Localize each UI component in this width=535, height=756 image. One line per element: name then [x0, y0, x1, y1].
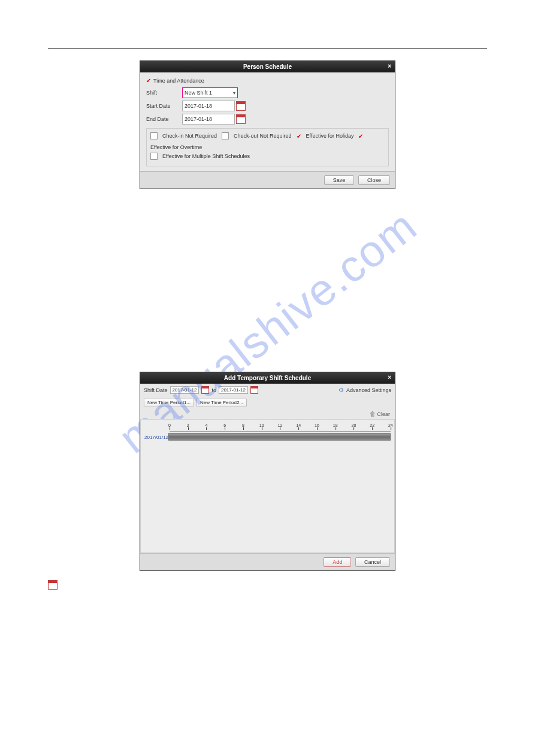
- ruler-tick: 16: [315, 423, 319, 427]
- checkmark-icon: ✔: [297, 133, 301, 139]
- person-schedule-dialog: Person Schedule × ✔ Time and Attendance …: [140, 60, 395, 189]
- dialog-header: Add Temporary Shift Schedule ×: [140, 372, 395, 384]
- clear-link[interactable]: Clear: [377, 411, 390, 417]
- time-ruler: 024681012141618202224: [170, 423, 391, 432]
- calendar-icon[interactable]: [250, 386, 258, 394]
- opt-holiday-label: Effective for Holiday: [306, 133, 354, 139]
- ruler-tick: 20: [352, 423, 356, 427]
- time-period-1[interactable]: New Time Period1...: [144, 399, 194, 406]
- end-date-label: End Date: [146, 116, 182, 122]
- ruler-tick: 0: [168, 423, 171, 427]
- timeline-row-date: 2017/01/12: [144, 435, 168, 440]
- shift-select[interactable]: New Shift 1 ▾: [182, 87, 238, 98]
- ruler-tick: 8: [242, 423, 244, 427]
- ruler-tick: 24: [388, 423, 393, 427]
- ruler-tick: 10: [259, 423, 264, 427]
- add-button[interactable]: Add: [324, 557, 351, 567]
- opt-checkout-label: Check-out Not Required: [234, 133, 292, 139]
- calendar-icon[interactable]: [201, 386, 209, 394]
- shift-value: New Shift 1: [185, 90, 212, 96]
- checkbox-checkout[interactable]: [222, 132, 229, 139]
- dialog-title: Add Temporary Shift Schedule: [224, 375, 311, 381]
- calendar-icon: [48, 580, 58, 590]
- close-button[interactable]: Close: [358, 175, 390, 185]
- ruler-tick: 22: [370, 423, 374, 427]
- cancel-button[interactable]: Cancel: [355, 557, 390, 567]
- dialog-header: Person Schedule ×: [140, 61, 395, 72]
- timeline-area: 024681012141618202224 2017/01/12: [140, 419, 395, 553]
- close-icon[interactable]: ×: [388, 374, 391, 381]
- close-icon[interactable]: ×: [388, 63, 391, 69]
- end-date-input[interactable]: 2017-01-18: [182, 114, 235, 125]
- shift-date-from[interactable]: 2017-01-12: [170, 386, 200, 394]
- ruler-tick: 6: [223, 423, 226, 427]
- gear-icon[interactable]: ⚙: [338, 387, 344, 393]
- page-divider: [48, 48, 487, 48]
- ruler-tick: 18: [333, 423, 338, 427]
- chevron-down-icon: ▾: [233, 90, 235, 96]
- checkmark-icon: ✔: [146, 77, 151, 84]
- shift-date-to[interactable]: 2017-01-12: [219, 386, 248, 394]
- shift-label: Shift: [146, 90, 182, 96]
- save-button[interactable]: Save: [324, 175, 355, 185]
- start-date-label: Start Date: [146, 103, 182, 109]
- ruler-tick: 14: [296, 423, 301, 427]
- start-date-input[interactable]: 2017-01-18: [182, 101, 235, 111]
- opt-overtime-label: Effective for Overtime: [150, 144, 202, 150]
- ruler-tick: 12: [278, 423, 283, 427]
- opt-multishift-label: Effective for Multiple Shift Schedules: [162, 153, 250, 159]
- ruler-tick: 4: [205, 423, 208, 427]
- temporary-shift-dialog: Add Temporary Shift Schedule × Shift Dat…: [140, 372, 395, 571]
- timeline-bar[interactable]: [168, 433, 391, 441]
- calendar-icon[interactable]: [236, 114, 246, 124]
- shift-date-label: Shift Date: [144, 387, 168, 393]
- advanced-settings-link[interactable]: Advanced Settings: [346, 387, 391, 393]
- start-date-value: 2017-01-18: [185, 103, 212, 109]
- options-box: Check-in Not Required Check-out Not Requ…: [146, 128, 389, 166]
- to-label: to: [211, 387, 216, 393]
- trash-icon[interactable]: 🗑: [370, 411, 376, 417]
- dialog-title: Person Schedule: [243, 63, 292, 70]
- time-period-2[interactable]: New Time Period2...: [197, 399, 247, 406]
- ruler-tick: 2: [187, 423, 189, 427]
- checkbox-multishift[interactable]: [150, 153, 158, 160]
- checkmark-icon: ✔: [358, 133, 363, 139]
- checkbox-checkin[interactable]: [150, 132, 158, 139]
- time-attendance-label: Time and Attendance: [153, 78, 204, 84]
- opt-checkin-label: Check-in Not Required: [162, 133, 217, 139]
- calendar-icon[interactable]: [236, 101, 246, 111]
- end-date-value: 2017-01-18: [185, 116, 212, 122]
